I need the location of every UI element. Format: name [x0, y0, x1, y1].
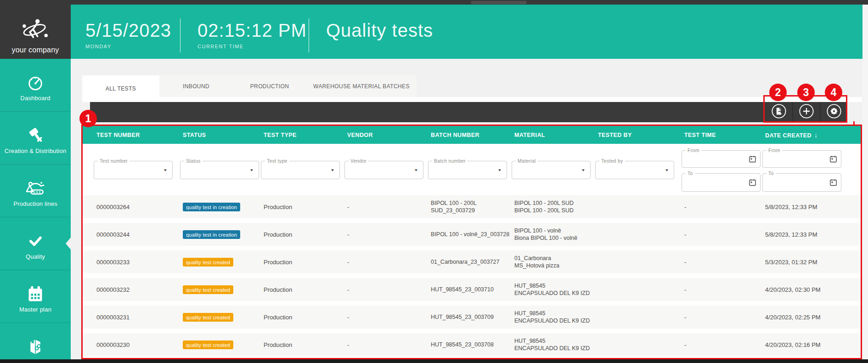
column-header-test-type[interactable]: TEST TYPE	[264, 132, 347, 138]
column-header-label: BATCH NUMBER	[431, 132, 479, 138]
cell-status: quality test created	[183, 285, 264, 294]
column-header-material[interactable]: MATERIAL	[514, 132, 598, 138]
sidebar-item-production-lines[interactable]: Production lines	[0, 164, 71, 217]
sidebar-item-dashboard[interactable]: Dashboard	[0, 59, 71, 112]
filter-label: Test number	[98, 158, 130, 164]
filter-label: Batch number	[432, 158, 468, 164]
filter-label: Vendor	[349, 158, 368, 164]
table-row[interactable]: 0000003231quality test createdProduction…	[83, 306, 861, 329]
dropdown-arrow-icon: ▼	[414, 168, 418, 172]
status-badge: quality test created	[183, 258, 233, 267]
cell-vendor: -	[347, 341, 431, 348]
column-header-test-number[interactable]: TEST NUMBER	[96, 132, 183, 138]
filter-date-created-from-input[interactable]: From	[762, 150, 841, 168]
cell-material: BIPOL 100 - volněBiona BIPOL 100 - volně	[514, 227, 598, 242]
tab-production[interactable]: PRODUCTION	[233, 75, 306, 97]
cell-date-created: 5/3/2023, 01:32 PM	[765, 259, 861, 266]
column-header-batch-number[interactable]: BATCH NUMBER	[431, 132, 514, 138]
annotation-circle-2: 2	[769, 84, 787, 101]
status-badge: quality test in creation	[183, 203, 240, 211]
cell-test-time: -	[684, 204, 765, 210]
conveyor-icon	[0, 178, 71, 199]
app-header: 5/15/2023 MONDAY 02:15:12 PM CURRENT TIM…	[71, 5, 862, 59]
dropdown-arrow-icon: ▼	[249, 168, 254, 172]
scroll-gutter	[862, 5, 868, 359]
box-link-icon	[0, 337, 71, 357]
table-row[interactable]: 0000003232quality test createdProduction…	[83, 278, 861, 301]
table-row[interactable]: 0000003264quality test in creationProduc…	[83, 195, 861, 218]
gauge-icon	[0, 73, 71, 93]
column-header-tested-by[interactable]: TESTED BY	[598, 132, 684, 138]
dropdown-arrow-icon: ▼	[163, 168, 168, 172]
filter-cell-test-type: Test type▼	[264, 144, 347, 179]
filter-cell-test-number: Test number▼	[96, 144, 183, 179]
filter-date-created-to-input[interactable]: To	[762, 173, 841, 192]
filter-batch-number-select[interactable]: Batch number▼	[428, 161, 507, 179]
check-icon	[0, 231, 71, 251]
status-badge: quality test created	[183, 285, 233, 294]
header-time-label: CURRENT TIME	[197, 44, 307, 49]
header-date-label: MONDAY	[85, 44, 171, 49]
sidebar-item-label: Quality	[0, 253, 71, 260]
sidebar-item-master-plan[interactable]: Master plan	[0, 270, 71, 323]
filter-label: Test type	[265, 158, 289, 164]
cell-test-number: 0000003233	[96, 259, 183, 266]
filter-tested-by-select[interactable]: Tested by▼	[595, 161, 674, 179]
bottom-chrome-strip	[0, 359, 868, 363]
company-logo-icon	[20, 18, 51, 44]
table-filter-row: Test number▼Status▼Test type▼Vendor▼Batc…	[83, 144, 861, 195]
column-header-label: DATE CREATED	[765, 132, 812, 139]
filter-cell-batch-number: Batch number▼	[431, 144, 514, 179]
column-header-label: STATUS	[183, 132, 206, 138]
table-row[interactable]: 0000003233quality test createdProduction…	[83, 250, 861, 273]
calendar-small-icon	[829, 179, 837, 187]
filter-status-select[interactable]: Status▼	[180, 161, 259, 179]
sidebar-item-label: Dashboard	[0, 95, 71, 102]
cell-test-type: Production	[264, 231, 347, 238]
filter-test-number-select[interactable]: Test number▼	[94, 161, 173, 179]
table-row[interactable]: 0000003230quality test createdProduction…	[83, 333, 861, 356]
column-header-status[interactable]: STATUS	[183, 132, 264, 138]
cell-date-created: 4/20/2023, 02:30 PM	[765, 286, 861, 293]
tab-inbound[interactable]: INBOUND	[159, 75, 233, 97]
sidebar-item-label: Production lines	[0, 200, 71, 207]
cell-date-created: 5/8/2023, 12:33 PM	[765, 204, 861, 210]
filter-cell-status: Status▼	[183, 144, 264, 179]
filter-test-time-to-input[interactable]: To	[682, 173, 761, 192]
sidebar-item-quality[interactable]: Quality	[0, 217, 71, 270]
column-header-test-time[interactable]: TEST TIME	[684, 132, 765, 138]
cell-test-type: Production	[264, 314, 347, 321]
table-row[interactable]: 0000003244quality test in creationProduc…	[83, 223, 861, 246]
cell-test-number: 0000003231	[96, 314, 183, 321]
cell-date-created: 4/20/2023, 02:25 PM	[765, 314, 861, 321]
filter-cell-date-created: FromTo	[765, 144, 861, 192]
brand-block: your company	[0, 5, 71, 59]
cell-material: 01_CarbonaraMS_Hotová pizza	[514, 255, 598, 269]
filter-cell-vendor: Vendor▼	[347, 144, 431, 179]
cell-vendor: -	[347, 314, 431, 321]
status-badge: quality test created	[183, 340, 233, 349]
cell-material: BIPOL 100 - 200L SUDBIPOL 100 - 200L SUD	[514, 199, 598, 214]
status-badge: quality test created	[183, 313, 233, 322]
sidebar-item-creation-distribution[interactable]: Creation & Distribution	[0, 112, 71, 164]
column-header-date-created[interactable]: DATE CREATED↓	[765, 131, 861, 139]
annotation-circle-1: 1	[79, 110, 97, 127]
company-name: your company	[12, 46, 59, 54]
column-header-label: TESTED BY	[598, 132, 632, 138]
cell-test-time: -	[684, 259, 765, 266]
filter-vendor-select[interactable]: Vendor▼	[344, 161, 423, 179]
filter-label: To	[767, 170, 776, 176]
sidebar-item-traceability[interactable]: Traceability	[0, 323, 71, 363]
cell-status: quality test in creation	[183, 203, 264, 211]
tab-warehouse-material-batches[interactable]: WAREHOUSE MATERIAL BATCHES	[306, 75, 417, 97]
filter-label: To	[686, 170, 695, 176]
dropdown-arrow-icon: ▼	[665, 168, 669, 172]
filter-test-type-select[interactable]: Test type▼	[261, 161, 340, 179]
filter-material-select[interactable]: Material▼	[512, 161, 591, 179]
column-header-vendor[interactable]: VENDOR	[347, 132, 431, 138]
cell-test-type: Production	[264, 286, 347, 293]
filter-test-time-from-input[interactable]: From	[682, 150, 761, 168]
filter-label: Status	[184, 158, 203, 164]
table-toolbar	[90, 102, 847, 122]
cell-vendor: -	[347, 259, 431, 266]
